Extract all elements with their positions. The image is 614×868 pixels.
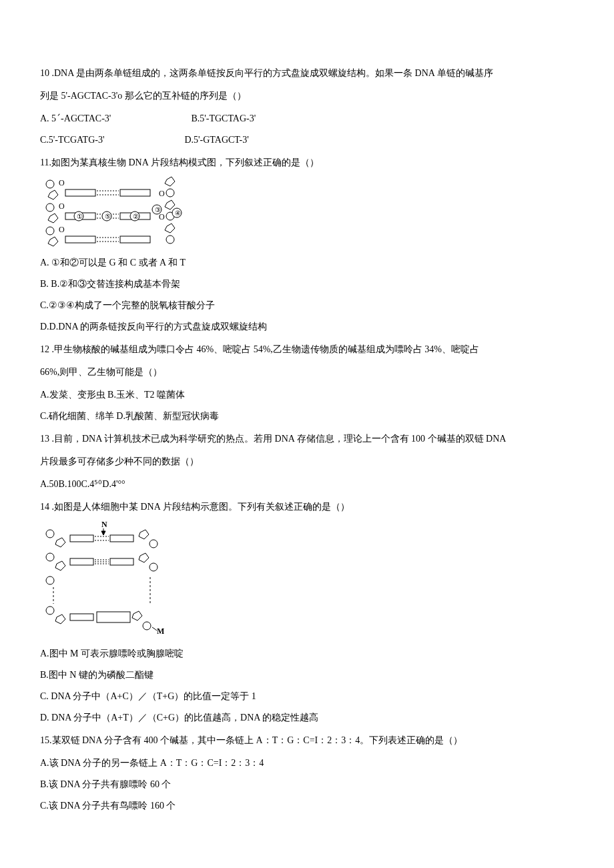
svg-text:②: ② bbox=[133, 213, 139, 220]
q10-opt-b: B.5'-TGCTAG-3' bbox=[191, 109, 256, 128]
svg-rect-17 bbox=[65, 189, 95, 196]
q14-opt-c: C. DNA 分子中（A+C）／（T+G）的比值一定等于 1 bbox=[40, 687, 574, 706]
svg-marker-1 bbox=[48, 190, 58, 199]
svg-point-62 bbox=[46, 606, 54, 614]
svg-marker-9 bbox=[165, 177, 175, 186]
svg-point-46 bbox=[46, 576, 54, 584]
q11-dna-diagram: O O O O O ① ⑤ ② ③ bbox=[40, 176, 187, 250]
q10-opt-d: D.5'-GTAGCT-3' bbox=[184, 131, 248, 149]
svg-point-50 bbox=[149, 563, 158, 571]
q15-opt-b: B.该 DNA 分子共有腺嘌呤 60 个 bbox=[40, 775, 574, 794]
svg-marker-15 bbox=[165, 224, 175, 233]
svg-point-6 bbox=[46, 227, 54, 235]
q13-stem-line1: 13 .目前，DNA 计算机技术已成为科学研究的热点。若用 DNA 存储信息，理… bbox=[40, 430, 574, 448]
svg-text:M: M bbox=[157, 626, 164, 636]
q10-stem-line2: 列是 5'-AGCTAC-3'o 那么它的互补链的序列是（） bbox=[40, 87, 574, 105]
q11-opt-d: D.D.DNA 的两条链按反向平行的方式盘旋成双螺旋结构 bbox=[40, 318, 574, 336]
svg-point-44 bbox=[46, 553, 54, 561]
q11-opt-b: B. B.②和③交替连接构成基本骨架 bbox=[40, 275, 574, 294]
svg-marker-63 bbox=[55, 614, 65, 624]
q13-stem-line2: 片段最多可存储多少种不同的数据（） bbox=[40, 452, 574, 471]
svg-rect-52 bbox=[110, 535, 133, 542]
q10-stem-line1: 10 .DNA 是由两条单链组成的，这两条单链按反向平行的方式盘旋成双螺旋结构。… bbox=[40, 64, 574, 83]
svg-marker-7 bbox=[48, 237, 58, 246]
svg-point-10 bbox=[166, 189, 174, 197]
svg-marker-66 bbox=[132, 611, 142, 620]
q12-stem-line2: 66%,则甲、乙生物可能是（） bbox=[40, 363, 574, 382]
q15-opt-c: C.该 DNA 分子共有鸟嘌呤 160 个 bbox=[40, 797, 574, 815]
svg-text:O: O bbox=[159, 189, 165, 198]
q11-stem: 11.如图为某真核生物 DNA 片段结构模式图，下列叙述正确的是（） bbox=[40, 153, 574, 172]
svg-text:O: O bbox=[59, 201, 65, 211]
q12-opt-ab: A.发菜、变形虫 B.玉米、T2 噬菌体 bbox=[40, 386, 574, 404]
svg-marker-45 bbox=[55, 561, 65, 570]
svg-marker-47 bbox=[139, 530, 149, 539]
q10-opt-a: A. 5ˊ-AGCTAC-3' bbox=[40, 109, 111, 128]
svg-marker-43 bbox=[55, 538, 65, 547]
q14-dna-diagram: N M bbox=[40, 520, 174, 640]
svg-point-0 bbox=[46, 180, 54, 188]
svg-rect-18 bbox=[120, 189, 150, 196]
svg-rect-64 bbox=[70, 614, 93, 620]
svg-point-3 bbox=[46, 203, 54, 211]
svg-rect-51 bbox=[70, 535, 93, 542]
svg-point-16 bbox=[166, 236, 174, 244]
svg-marker-4 bbox=[48, 213, 58, 223]
svg-text:①: ① bbox=[77, 213, 83, 220]
svg-point-42 bbox=[46, 530, 54, 538]
svg-marker-49 bbox=[139, 553, 149, 562]
q13-options: A.50B.100C.4⁵⁰D.4'°° bbox=[40, 475, 574, 494]
svg-text:O: O bbox=[59, 178, 65, 187]
q15-opt-a: A.该 DNA 分子的另一条链上 A：T：G：C=I：2：3：4 bbox=[40, 754, 574, 773]
q12-opt-cd: C.硝化细菌、绵羊 D.乳酸菌、新型冠状病毒 bbox=[40, 407, 574, 426]
svg-rect-56 bbox=[110, 558, 133, 565]
svg-text:N: N bbox=[101, 520, 107, 529]
svg-text:④: ④ bbox=[175, 209, 181, 217]
q12-stem-line1: 12 .甲生物核酸的碱基组成为嘌口令占 46%、嘧啶占 54%,乙生物遗传物质的… bbox=[40, 340, 574, 359]
q14-opt-a: A.图中 M 可表示腺嘌呤或胸腺嘧啶 bbox=[40, 644, 574, 663]
q11-opt-a: A. ①和②可以是 G 和 C 或者 A 和 T bbox=[40, 254, 574, 272]
q11-opt-c: C.②③④构成了一个完整的脱氧核苷酸分子 bbox=[40, 296, 574, 315]
svg-rect-55 bbox=[70, 558, 93, 565]
svg-text:⑤: ⑤ bbox=[105, 213, 111, 220]
svg-rect-25 bbox=[65, 236, 95, 243]
svg-point-67 bbox=[143, 622, 151, 630]
svg-text:③: ③ bbox=[155, 206, 161, 213]
q15-stem: 15.某双链 DNA 分子含有 400 个碱基，其中一条链上 A：T：G：C=I… bbox=[40, 731, 574, 750]
q10-opt-c: C.5'-TCGATG-3' bbox=[40, 131, 104, 149]
svg-marker-12 bbox=[165, 200, 175, 209]
q10-options-row1: A. 5ˊ-AGCTAC-3' B.5'-TGCTAG-3' bbox=[40, 109, 574, 128]
svg-text:O: O bbox=[59, 225, 65, 234]
svg-rect-65 bbox=[97, 612, 130, 622]
q14-opt-b: B.图中 N 键的为磷酸二酯键 bbox=[40, 666, 574, 685]
q10-options-row2: C.5'-TCGATG-3' D.5'-GTAGCT-3' bbox=[40, 131, 574, 149]
svg-point-48 bbox=[149, 540, 158, 548]
svg-line-69 bbox=[152, 627, 157, 630]
svg-marker-41 bbox=[101, 531, 105, 535]
q14-opt-d: D. DNA 分子中（A+T）／（C+G）的比值越高，DNA 的稳定性越高 bbox=[40, 709, 574, 727]
svg-rect-26 bbox=[120, 236, 150, 243]
q14-stem: 14 .如图是人体细胞中某 DNA 片段结构示意图。下列有关叙述正确的是（） bbox=[40, 498, 574, 516]
